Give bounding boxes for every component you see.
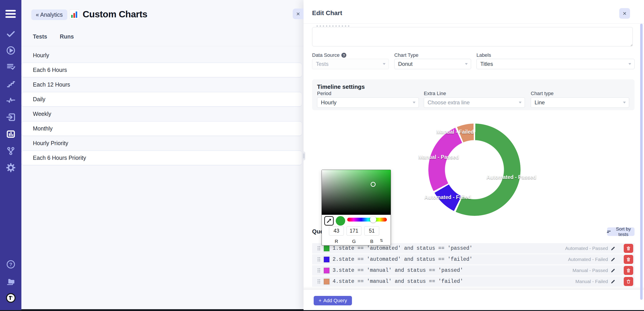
settings-gear-icon[interactable] — [6, 162, 16, 173]
tab-tests[interactable]: Tests — [33, 33, 47, 40]
current-color-circle — [336, 216, 345, 226]
color-picker-popup: R G B ⇅ — [322, 170, 391, 245]
data-source-label: Data Source ? — [312, 52, 346, 58]
drag-handle-icon[interactable] — [317, 246, 321, 251]
hue-slider[interactable] — [347, 218, 387, 221]
panel-resize-handle[interactable] — [302, 151, 305, 160]
sort-by-tests-button[interactable]: Sort by tests — [607, 227, 634, 236]
runs-play-icon[interactable] — [6, 45, 16, 56]
chevron-down-icon — [623, 102, 626, 103]
page-title-wrap: Custom Charts — [70, 9, 147, 20]
add-query-button[interactable]: + Add Query — [314, 296, 352, 305]
period-select[interactable]: Hourly — [317, 97, 419, 108]
donut-ring[interactable] — [428, 124, 520, 216]
chevron-down-icon — [519, 102, 522, 103]
branches-icon[interactable] — [6, 146, 16, 156]
test-plans-icon[interactable] — [6, 62, 16, 72]
app-window: ? « Analytics Custom Charts Tests Runs H… — [0, 0, 644, 310]
tabs: Tests Runs — [33, 33, 74, 40]
chart-description-input[interactable] — [312, 27, 633, 47]
query-color-button[interactable] — [323, 244, 330, 252]
eyedropper-icon — [326, 218, 332, 224]
query-text: 1.state == 'automated' and status == 'pa… — [332, 245, 472, 251]
projects-folder-icon[interactable] — [6, 276, 16, 286]
edit-pencil-icon[interactable] — [610, 278, 616, 284]
trash-icon — [626, 268, 631, 273]
labels-select[interactable]: Titles — [476, 59, 634, 69]
tests-check-icon[interactable] — [6, 29, 16, 39]
query-label: Manual - Passed — [572, 268, 608, 273]
bar-chart-emoji-icon — [70, 10, 79, 19]
saturation-area[interactable] — [322, 170, 391, 215]
donut-slice-label: Automated - Passed — [486, 174, 536, 180]
drawer-close-button[interactable]: × — [619, 8, 630, 19]
chart-list-item[interactable]: Monthly — [22, 121, 302, 136]
page-title: Custom Charts — [83, 9, 147, 20]
drawer-scrollbar-thumb[interactable] — [640, 24, 643, 300]
import-icon[interactable] — [6, 112, 16, 122]
chart-list-item[interactable]: Hourly Priority — [22, 136, 302, 151]
footer-shadow — [304, 286, 644, 290]
edit-pencil-icon[interactable] — [610, 245, 616, 251]
chart-list-item[interactable]: Hourly — [22, 48, 302, 63]
analytics-back-button[interactable]: « Analytics — [31, 10, 67, 20]
svg-text:?: ? — [9, 262, 12, 267]
chart-list-item[interactable]: Weekly — [22, 107, 302, 121]
query-label: Automated - Failed — [568, 257, 608, 262]
chevron-down-icon — [413, 102, 416, 103]
green-input[interactable] — [346, 226, 362, 235]
saturation-cursor[interactable] — [371, 182, 376, 187]
custom-charts-icon[interactable] — [6, 129, 16, 139]
chart-list-item[interactable]: Daily — [22, 92, 302, 107]
chart-list-item[interactable]: Each 12 Hours — [22, 77, 302, 92]
timeline-settings-heading: Timeline settings — [317, 83, 365, 90]
query-color-button[interactable] — [323, 255, 330, 263]
red-input[interactable] — [329, 226, 344, 235]
query-text: 3.state == 'manual' and status == 'passe… — [332, 267, 463, 273]
extra-line-label: Extra Line — [424, 91, 446, 97]
drag-handle-icon[interactable] — [317, 268, 321, 273]
edit-pencil-icon[interactable] — [610, 267, 616, 273]
edit-pencil-icon[interactable] — [610, 256, 616, 262]
drag-handle-icon[interactable] — [317, 257, 321, 262]
query-row: 4.state == 'manual' and status == 'faile… — [312, 276, 634, 287]
query-color-swatch — [324, 279, 330, 284]
eyedropper-button[interactable] — [324, 216, 334, 226]
tabs-divider — [22, 46, 304, 46]
tab-runs[interactable]: Runs — [60, 33, 74, 40]
help-question-icon[interactable]: ? — [341, 53, 346, 58]
green-label: G — [346, 239, 362, 244]
query-color-swatch — [324, 268, 330, 273]
blue-label: B — [364, 239, 379, 244]
extra-line-select[interactable]: Choose extra line — [424, 97, 525, 108]
drawer-header-divider — [304, 24, 644, 24]
edit-chart-drawer: × Edit Chart × Data Source ? Chart Type … — [304, 0, 644, 310]
delete-query-button[interactable] — [624, 255, 633, 264]
drawer-title: Edit Chart — [312, 10, 342, 17]
delete-query-button[interactable] — [624, 277, 633, 286]
blue-input[interactable] — [364, 226, 379, 235]
query-color-button[interactable] — [323, 278, 330, 285]
hue-slider-handle[interactable] — [370, 216, 376, 223]
query-color-button[interactable] — [323, 267, 330, 274]
delete-query-button[interactable] — [624, 244, 633, 253]
donut-slice-label: Automated - Failed — [424, 194, 471, 200]
sidebar: ? — [0, 0, 22, 310]
analytics-pulse-icon[interactable] — [6, 95, 16, 106]
chart-type-select[interactable]: Donut — [394, 59, 471, 69]
milestones-stairs-icon[interactable] — [6, 79, 16, 89]
drawer-collapse-button[interactable]: × — [293, 9, 304, 19]
color-mode-toggle-icon[interactable]: ⇅ — [380, 238, 383, 243]
testomat-logo[interactable] — [6, 293, 16, 303]
data-source-select[interactable]: Tests — [312, 59, 389, 69]
query-row: 2.state == 'automated' and status == 'fa… — [312, 254, 634, 264]
drag-handle-icon[interactable] — [317, 279, 321, 284]
chart-list-item[interactable]: Each 6 Hours — [22, 63, 302, 77]
help-icon[interactable]: ? — [6, 259, 16, 269]
menu-icon[interactable] — [6, 9, 16, 19]
chart-list-item[interactable]: Each 6 Hours Priority — [22, 151, 302, 165]
timeline-chart-type-select[interactable]: Line — [531, 97, 629, 108]
chevron-down-icon — [465, 63, 468, 65]
query-label: Automated - Passed — [565, 246, 608, 251]
delete-query-button[interactable] — [624, 266, 633, 275]
